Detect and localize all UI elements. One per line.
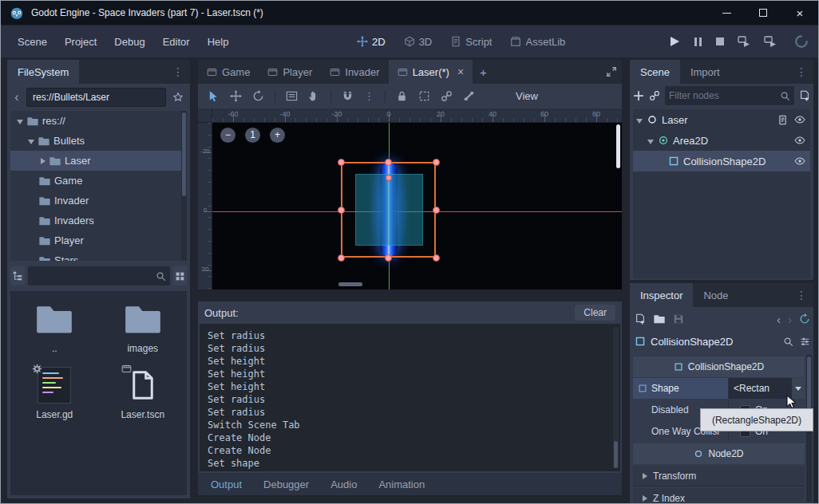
section-z-index[interactable]: Z Index: [633, 488, 805, 504]
dock-options-icon[interactable]: ⋮: [793, 60, 810, 84]
tab-filesystem[interactable]: FileSystem: [7, 60, 79, 84]
canvas-hscrollbar[interactable]: [338, 282, 362, 286]
rotate-tool-button[interactable]: [252, 90, 264, 102]
tab-import[interactable]: Import: [680, 60, 730, 84]
resize-handle[interactable]: [433, 254, 440, 262]
fs-tree-item-game[interactable]: Game: [10, 171, 187, 191]
resize-handle[interactable]: [385, 159, 392, 166]
search-properties-icon[interactable]: [783, 337, 793, 347]
minimize-button[interactable]: [708, 1, 745, 25]
nav-back-button[interactable]: ‹: [10, 90, 23, 104]
pan-tool-button[interactable]: [308, 90, 320, 102]
fs-tree-item-bullets[interactable]: Bullets: [10, 131, 187, 151]
scene-tab-game[interactable]: Game: [198, 60, 259, 84]
scrollbar-thumb[interactable]: [182, 112, 186, 196]
tools-sliders-icon[interactable]: [800, 337, 810, 347]
stop-button[interactable]: [716, 37, 724, 45]
distraction-free-button[interactable]: [606, 60, 617, 84]
fs-tree-item-res[interactable]: res://: [10, 111, 187, 131]
canvas[interactable]: − 1 +: [212, 123, 622, 289]
mode-script[interactable]: Script: [444, 33, 498, 51]
tree-scrollbar[interactable]: [181, 111, 187, 261]
fs-tree-item-stars[interactable]: Stars: [10, 250, 187, 261]
clear-button[interactable]: Clear: [575, 305, 615, 321]
file-item-up[interactable]: ..: [10, 299, 99, 354]
view-menu[interactable]: View: [516, 84, 538, 108]
fs-tree-item-invader[interactable]: Invader: [10, 191, 187, 211]
tab-node[interactable]: Node: [693, 283, 738, 307]
canvas-vscrollbar[interactable]: [616, 124, 620, 168]
shape-property-label[interactable]: Shape: [633, 378, 729, 399]
pause-button[interactable]: [693, 37, 702, 46]
dock-options-icon[interactable]: ⋮: [169, 60, 187, 84]
file-list-mode-button[interactable]: [173, 266, 188, 285]
log-scrollbar[interactable]: [613, 327, 619, 468]
new-resource-button[interactable]: [635, 313, 646, 325]
file-item-laser-tscn[interactable]: Laser.tscn: [99, 365, 188, 420]
bottom-tab-audio[interactable]: Audio: [330, 478, 357, 490]
menu-project[interactable]: Project: [56, 33, 105, 51]
resize-handle[interactable]: [338, 159, 345, 166]
scene-node-area2d[interactable]: Area2D: [633, 130, 810, 151]
attach-script-button[interactable]: [799, 90, 810, 101]
visibility-eye-icon[interactable]: [794, 135, 805, 146]
tab-scene[interactable]: Scene: [630, 60, 680, 84]
lock-object-button[interactable]: [396, 90, 408, 102]
node-origin-handle[interactable]: [386, 175, 392, 181]
history-forward-button[interactable]: ›: [788, 313, 792, 326]
section-transform[interactable]: Transform: [633, 466, 805, 486]
close-button[interactable]: ×: [781, 1, 818, 25]
collapse-icon[interactable]: [28, 140, 34, 144]
mode-3d[interactable]: 3D: [398, 33, 439, 51]
add-node-button[interactable]: [633, 90, 644, 101]
script-icon[interactable]: [777, 115, 788, 125]
save-resource-button[interactable]: [673, 313, 684, 325]
visibility-eye-icon[interactable]: [794, 114, 805, 125]
object-history-button[interactable]: [799, 313, 810, 325]
bottom-tab-output[interactable]: Output: [211, 478, 242, 490]
play-scene-button[interactable]: [738, 35, 750, 48]
resize-handle[interactable]: [338, 254, 345, 262]
file-item-images[interactable]: images: [99, 299, 188, 354]
select-tool-button[interactable]: [208, 90, 220, 102]
scene-node-collisionshape2d[interactable]: CollisionShape2D: [633, 151, 810, 171]
scene-tab-player[interactable]: Player: [259, 60, 321, 84]
resize-handle[interactable]: [433, 159, 440, 166]
scrollbar-thumb[interactable]: [614, 441, 618, 468]
menu-editor[interactable]: Editor: [154, 33, 199, 51]
output-log[interactable]: Set radius Set radius Set height Set hei…: [200, 324, 620, 471]
close-tab-icon[interactable]: ×: [457, 65, 464, 78]
bottom-tab-debugger[interactable]: Debugger: [263, 478, 309, 490]
move-tool-button[interactable]: [230, 90, 242, 102]
collapse-icon[interactable]: [17, 120, 23, 124]
menu-help[interactable]: Help: [199, 33, 238, 51]
ungroup-object-button[interactable]: [441, 90, 453, 102]
play-custom-scene-button[interactable]: [764, 35, 777, 48]
scene-node-laser[interactable]: Laser: [633, 109, 810, 130]
file-search-input[interactable]: [32, 270, 156, 282]
resize-handle[interactable]: [433, 207, 440, 214]
group-object-button[interactable]: [418, 90, 430, 102]
scene-tab-invader[interactable]: Invader: [321, 60, 388, 84]
zoom-in-button[interactable]: +: [270, 128, 285, 143]
filter-nodes-input[interactable]: [669, 90, 780, 101]
fs-tree-item-laser[interactable]: Laser: [10, 151, 187, 171]
zoom-reset-button[interactable]: 1: [245, 128, 260, 143]
fs-tree-item-invaders[interactable]: Invaders: [10, 211, 187, 230]
resize-handle[interactable]: [338, 207, 345, 214]
play-button[interactable]: [671, 37, 679, 46]
file-item-laser-gd[interactable]: Laser.gd: [10, 365, 99, 420]
load-resource-button[interactable]: [654, 313, 665, 325]
fs-tree-item-player[interactable]: Player: [10, 230, 187, 250]
new-scene-tab-button[interactable]: +: [473, 60, 494, 84]
favorite-button[interactable]: [169, 92, 187, 103]
resize-handle[interactable]: [385, 254, 392, 262]
snap-toggle-button[interactable]: [342, 90, 354, 102]
collapse-icon[interactable]: [647, 140, 654, 144]
maximize-button[interactable]: [745, 1, 781, 25]
dock-options-icon[interactable]: ⋮: [793, 283, 810, 307]
menu-debug[interactable]: Debug: [105, 33, 153, 51]
collapse-icon[interactable]: [636, 119, 643, 124]
expand-icon[interactable]: [41, 158, 46, 164]
zoom-out-button[interactable]: −: [220, 128, 235, 143]
